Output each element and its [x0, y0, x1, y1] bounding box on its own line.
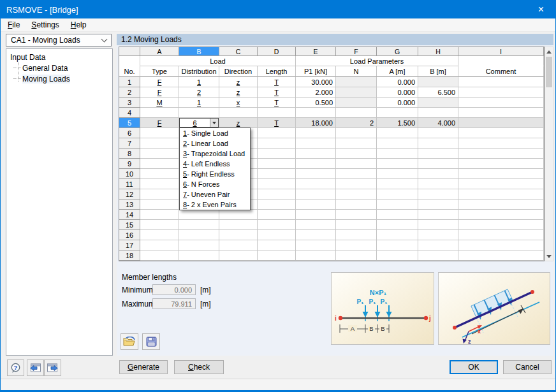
cell-18-dir[interactable]: [219, 250, 258, 261]
cell-4-n[interactable]: [336, 108, 377, 118]
cell-1-dir[interactable]: z: [219, 77, 258, 87]
cell-10-comment[interactable]: [458, 169, 544, 179]
cell-12-type[interactable]: [140, 189, 179, 200]
dropdown-item-7[interactable]: 7 - Uneven Pair: [180, 189, 250, 200]
cell-1-p1[interactable]: 30.000: [296, 77, 336, 87]
menu-item-help[interactable]: Help: [65, 18, 92, 31]
cell-3-n[interactable]: [336, 98, 377, 108]
cell-8-b[interactable]: [418, 149, 458, 159]
cell-10-type[interactable]: [140, 169, 179, 179]
cell-14-b[interactable]: [418, 210, 458, 220]
menu-item-file[interactable]: File: [2, 18, 26, 31]
row-header-8[interactable]: 8: [119, 149, 140, 159]
column-letter-E[interactable]: E: [296, 47, 336, 56]
previous-screen-button[interactable]: [27, 359, 44, 376]
cell-5-n[interactable]: 2: [336, 118, 377, 128]
menu-item-settings[interactable]: Settings: [26, 18, 64, 31]
row-header-15[interactable]: 15: [119, 220, 140, 230]
cell-15-comment[interactable]: [458, 220, 544, 230]
cell-8-p1[interactable]: [296, 149, 336, 159]
open-button[interactable]: [121, 333, 138, 350]
row-header-9[interactable]: 9: [119, 159, 140, 169]
cell-15-len[interactable]: [258, 220, 296, 230]
cell-14-len[interactable]: [258, 210, 296, 220]
cell-15-n[interactable]: [336, 220, 377, 230]
distribution-combobox[interactable]: 6: [179, 118, 219, 127]
cell-16-len[interactable]: [258, 230, 296, 240]
cell-17-comment[interactable]: [458, 240, 544, 250]
cell-18-dist[interactable]: [179, 250, 219, 261]
dropdown-item-2[interactable]: 2 - Linear Load: [180, 138, 250, 149]
cell-13-n[interactable]: [336, 200, 377, 210]
cell-3-b[interactable]: [418, 98, 458, 108]
cell-18-a[interactable]: [377, 250, 418, 261]
cell-4-comment[interactable]: [458, 108, 544, 118]
cell-2-comment[interactable]: [458, 87, 544, 98]
row-header-2[interactable]: 2: [119, 87, 140, 98]
column-letter-G[interactable]: G: [377, 47, 418, 56]
cell-1-a[interactable]: 0.000: [377, 77, 418, 87]
cell-15-dist[interactable]: [179, 220, 219, 230]
cell-7-p1[interactable]: [296, 138, 336, 149]
cell-6-b[interactable]: [418, 128, 458, 138]
cell-6-p1[interactable]: [296, 128, 336, 138]
cell-5-dir[interactable]: z: [219, 118, 258, 128]
row-header-1[interactable]: 1: [119, 77, 140, 87]
cell-11-len[interactable]: [258, 179, 296, 189]
cell-18-comment[interactable]: [458, 250, 544, 261]
row-header-12[interactable]: 12: [119, 189, 140, 200]
cell-10-a[interactable]: [377, 169, 418, 179]
cell-5-len[interactable]: T: [258, 118, 296, 128]
cell-4-dir[interactable]: [219, 108, 258, 118]
cell-9-comment[interactable]: [458, 159, 544, 169]
cell-13-b[interactable]: [418, 200, 458, 210]
cell-16-b[interactable]: [418, 230, 458, 240]
cell-12-b[interactable]: [418, 189, 458, 200]
cell-2-a[interactable]: 0.000: [377, 87, 418, 98]
row-header-6[interactable]: 6: [119, 128, 140, 138]
close-button[interactable]: ×: [527, 1, 555, 18]
cell-11-n[interactable]: [336, 179, 377, 189]
column-letter-D[interactable]: D: [258, 47, 296, 56]
cell-7-n[interactable]: [336, 138, 377, 149]
cell-12-a[interactable]: [377, 189, 418, 200]
cell-9-p1[interactable]: [296, 159, 336, 169]
cell-8-type[interactable]: [140, 149, 179, 159]
cell-18-n[interactable]: [336, 250, 377, 261]
cell-8-comment[interactable]: [458, 149, 544, 159]
cell-15-type[interactable]: [140, 220, 179, 230]
cell-1-len[interactable]: T: [258, 77, 296, 87]
cell-5-dist[interactable]: 6: [179, 118, 219, 128]
row-header-16[interactable]: 16: [119, 230, 140, 240]
scroll-up-button[interactable]: [545, 47, 553, 56]
column-letter-F[interactable]: F: [336, 47, 377, 56]
cell-3-dir[interactable]: x: [219, 98, 258, 108]
cell-3-type[interactable]: M: [140, 98, 179, 108]
cell-5-a[interactable]: 1.500: [377, 118, 418, 128]
cell-17-type[interactable]: [140, 240, 179, 250]
cell-5-p1[interactable]: 18.000: [296, 118, 336, 128]
cell-13-p1[interactable]: [296, 200, 336, 210]
cell-7-comment[interactable]: [458, 138, 544, 149]
cell-13-len[interactable]: [258, 200, 296, 210]
cell-12-len[interactable]: [258, 189, 296, 200]
cell-16-dir[interactable]: [219, 230, 258, 240]
cell-15-p1[interactable]: [296, 220, 336, 230]
cell-12-n[interactable]: [336, 189, 377, 200]
column-letter-H[interactable]: H: [418, 47, 458, 56]
check-button[interactable]: Check: [174, 360, 224, 374]
cell-12-p1[interactable]: [296, 189, 336, 200]
cell-2-dist[interactable]: 2: [179, 87, 219, 98]
cell-14-n[interactable]: [336, 210, 377, 220]
cell-9-a[interactable]: [377, 159, 418, 169]
case-selector[interactable]: CA1 - Moving Loads: [6, 34, 112, 47]
cell-3-p1[interactable]: 0.500: [296, 98, 336, 108]
cell-6-type[interactable]: [140, 128, 179, 138]
row-header-17[interactable]: 17: [119, 240, 140, 250]
cell-14-comment[interactable]: [458, 210, 544, 220]
cell-9-len[interactable]: [258, 159, 296, 169]
row-header-4[interactable]: 4: [119, 108, 140, 118]
cell-17-b[interactable]: [418, 240, 458, 250]
title-bar[interactable]: RSMOVE - [Bridge] ×: [1, 1, 555, 18]
cell-18-len[interactable]: [258, 250, 296, 261]
